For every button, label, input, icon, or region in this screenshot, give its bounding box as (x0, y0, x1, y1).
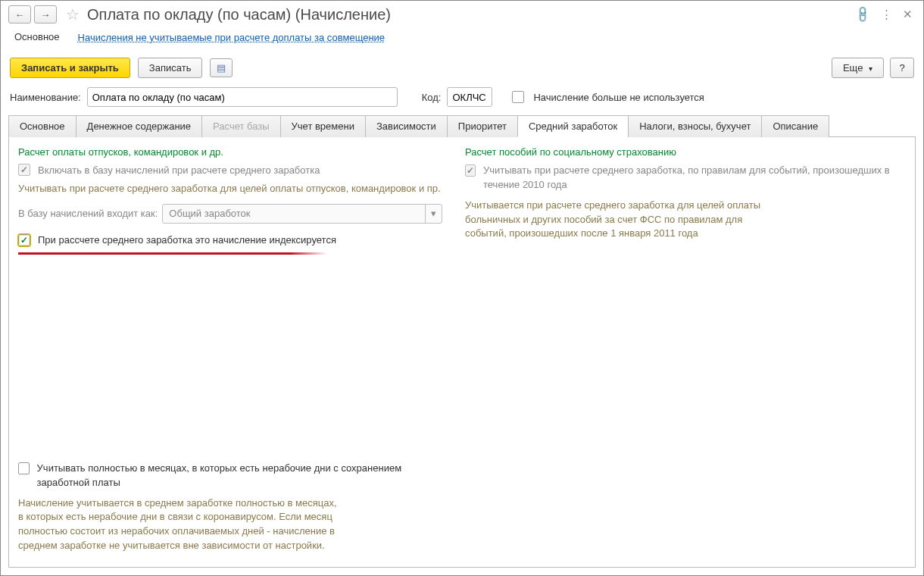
base-select-value: Общий заработок (169, 208, 250, 219)
forward-button[interactable]: → (34, 5, 57, 23)
subnav-main[interactable]: Основное (10, 28, 64, 47)
link-icon[interactable]: 🔗 (856, 8, 870, 21)
base-select-label: В базу начислений входит как: (18, 208, 158, 219)
tab-body: Расчет оплаты отпусков, командировок и д… (8, 137, 916, 568)
tab-money-content[interactable]: Денежное содержание (76, 115, 202, 137)
sub-nav: Основное Начисления не учитываемые при р… (1, 25, 923, 53)
name-input[interactable] (87, 87, 398, 107)
index-row: При рассчете среднего заработка это начи… (18, 234, 442, 251)
right-column: Расчет пособий по социальному страховани… (465, 146, 906, 255)
chevron-down-icon: ▾ (425, 205, 442, 223)
chevron-down-icon: ▾ (869, 64, 872, 73)
tab-average-earnings[interactable]: Средний заработок (517, 115, 629, 137)
subnav-link[interactable]: Начисления не учитываемые при расчете до… (78, 32, 386, 43)
tab-taxes-accounting[interactable]: Налоги, взносы, бухучет (628, 115, 762, 137)
bottom-block: Учитывать полностью в месяцах, в которых… (18, 452, 906, 561)
full-months-checkbox[interactable] (18, 462, 30, 474)
tab-base-calc[interactable]: Расчет базы (201, 115, 281, 137)
name-label: Наименование: (10, 92, 81, 103)
index-checkbox[interactable] (18, 234, 30, 246)
left-column: Расчет оплаты отпусков, командировок и д… (18, 146, 442, 255)
tab-priority[interactable]: Приоритет (447, 115, 518, 137)
include-2010-checkbox (465, 164, 476, 177)
include-base-row: Включать в базу начислений при расчете с… (18, 164, 442, 176)
toolbar: Записать и закрыть Записать ▤ Еще ▾ ? (1, 53, 923, 86)
include-base-label: Включать в базу начислений при расчете с… (38, 164, 320, 176)
not-used-label: Начисление больше не используется (533, 92, 704, 103)
title-actions: 🔗 ⋮ ✕ (856, 8, 913, 21)
report-icon: ▤ (217, 62, 226, 74)
window-title: Оплата по окладу (по часам) (Начисление) (86, 6, 850, 23)
report-icon-button[interactable]: ▤ (210, 58, 233, 77)
nav-buttons: ← → (8, 5, 57, 23)
tab-dependencies[interactable]: Зависимости (365, 115, 448, 137)
tabs: Основное Денежное содержание Расчет базы… (8, 114, 916, 137)
titlebar: ← → ☆ Оплата по окладу (по часам) (Начис… (1, 1, 923, 25)
base-select-row: В базу начислений входит как: Общий зара… (18, 204, 442, 224)
header-form: Наименование: Код: Начисление больше не … (1, 86, 923, 114)
code-input[interactable] (447, 87, 492, 107)
left-heading: Расчет оплаты отпусков, командировок и д… (18, 146, 442, 158)
right-heading: Расчет пособий по социальному страховани… (465, 146, 906, 158)
tab-main[interactable]: Основное (8, 115, 76, 137)
help-button[interactable]: ? (890, 58, 914, 78)
full-months-label: Учитывать полностью в месяцах, в которых… (37, 462, 442, 490)
include-2010-label: Учитывать при расчете среднего заработка… (483, 164, 906, 193)
more-button-label: Еще (843, 62, 863, 74)
close-icon[interactable]: ✕ (903, 8, 913, 21)
save-button[interactable]: Записать (138, 58, 203, 78)
base-select[interactable]: Общий заработок ▾ (162, 204, 442, 224)
back-button[interactable]: ← (8, 5, 31, 23)
more-button[interactable]: Еще ▾ (832, 58, 884, 78)
save-and-close-button[interactable]: Записать и закрыть (10, 58, 130, 78)
include-base-desc: Учитывать при расчете среднего заработка… (18, 182, 442, 196)
index-label: При рассчете среднего заработка это начи… (38, 234, 336, 246)
full-months-row: Учитывать полностью в месяцах, в которых… (18, 462, 442, 490)
not-used-checkbox[interactable] (512, 91, 524, 103)
columns: Расчет оплаты отпусков, командировок и д… (18, 146, 906, 255)
highlight-underline (18, 252, 327, 255)
tab-description[interactable]: Описание (761, 115, 829, 137)
right-desc: Учитывается при расчете среднего заработ… (465, 199, 783, 242)
include-base-checkbox (18, 164, 30, 176)
include-2010-row: Учитывать при расчете среднего заработка… (465, 164, 906, 193)
kebab-menu-icon[interactable]: ⋮ (881, 8, 892, 21)
favorite-star-icon[interactable]: ☆ (66, 5, 80, 23)
code-label: Код: (422, 92, 442, 103)
full-months-desc: Начисление учитывается в среднем заработ… (18, 496, 344, 553)
app-window: ← → ☆ Оплата по окладу (по часам) (Начис… (0, 0, 924, 576)
tab-time-tracking[interactable]: Учет времени (280, 115, 366, 137)
